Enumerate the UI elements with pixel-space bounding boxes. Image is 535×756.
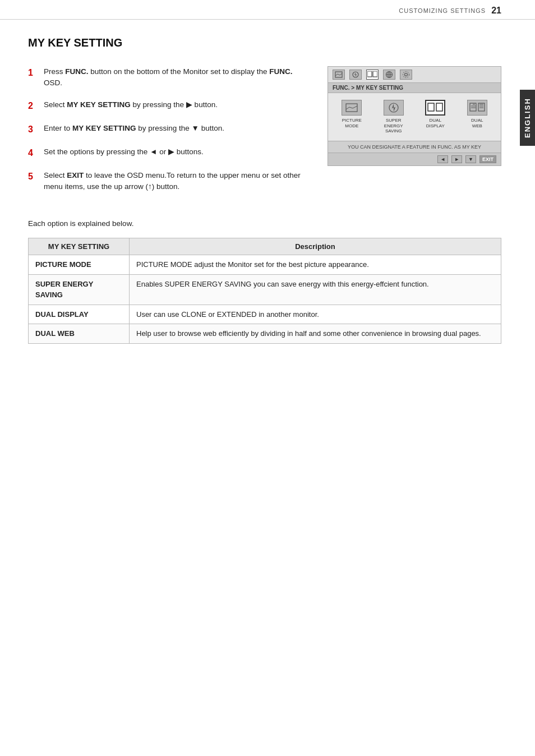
table-col-description: Description [130,238,501,255]
table-cell-setting-0: PICTURE MODE [29,255,130,275]
osd-menu-label-picture: PICTUREMODE [342,118,362,128]
osd-menu-label-energy: SUPERENERGYSAVING [384,118,403,134]
osd-menu-label-dual-web: DUALWEB [471,118,483,128]
description-table: MY KEY SETTING Description PICTURE MODEP… [28,238,501,344]
svg-line-2 [338,74,340,75]
table-col-setting: MY KEY SETTING [29,238,130,255]
step-3: 3Enter to MY KEY SETTING by pressing the… [28,123,311,136]
step-number-4: 4 [28,146,38,160]
osd-top-bar [328,67,501,83]
osd-nav-down[interactable]: ▼ [465,155,476,163]
svg-rect-5 [367,71,372,77]
table-cell-setting-3: DUAL WEB [29,324,130,344]
svg-rect-6 [373,71,377,77]
table-row: DUAL DISPLAYUser can use CLONE or EXTEND… [29,305,501,324]
table-cell-description-1: Enables SUPER ENERGY SAVING you can save… [130,274,501,305]
table-cell-description-0: PICTURE MODE adjust the Monitor set for … [130,255,501,275]
table-cell-setting-2: DUAL DISPLAY [29,305,130,324]
step-number-2: 2 [28,99,38,113]
language-tab-label: ENGLISH [523,98,532,138]
osd-icon-picture [333,70,345,80]
osd-icon-display [366,70,379,80]
osd-nav-left[interactable]: ◄ [437,155,448,163]
osd-bottom-msg: YOU CAN DESIGNATE A FEATURE IN FUNC. AS … [328,141,501,153]
osd-menu-label-dual-display: DUALDISPLAY [426,118,445,128]
osd-menu-item-dual-display: DUALDISPLAY [425,100,445,134]
table-row: SUPER ENERGY SAVINGEnables SUPER ENERGY … [29,274,501,305]
svg-line-15 [349,107,353,108]
svg-line-14 [346,107,349,109]
step-number-5: 5 [28,170,38,193]
osd-menu-items: PICTUREMODE SUPERENERGYSAVING DUALDISPLA… [328,93,501,141]
step-text-5: Select EXIT to leave the OSD menu.To ret… [44,170,311,193]
section-label: CUSTOMIZING SETTINGS [399,7,486,14]
svg-point-11 [405,73,408,76]
each-option-label: Each option is explained below. [28,219,501,228]
step-number-3: 3 [28,123,38,136]
svg-line-16 [353,106,357,108]
osd-menu-item-picture: PICTUREMODE [342,100,362,134]
table-cell-description-2: User can use CLONE or EXTENDED in anothe… [130,305,501,324]
language-tab: ENGLISH [520,90,535,146]
osd-menu-icon-picture [342,100,362,116]
main-content: MY KEY SETTING 1Press FUNC. button on th… [0,20,535,361]
osd-icon-settings [400,70,412,80]
osd-nav-right[interactable]: ► [451,155,462,163]
steps-list: 1Press FUNC. button on the bottom of the… [28,66,311,202]
svg-point-12 [403,72,409,78]
steps-image-row: 1Press FUNC. button on the bottom of the… [28,66,501,202]
osd-menu-icon-dual-display [425,100,445,116]
step-4: 4Set the options by pressing the ◄ or ▶ … [28,146,311,160]
svg-rect-19 [436,103,442,111]
page-title: MY KEY SETTING [28,36,501,49]
step-text-3: Enter to MY KEY SETTING by pressing the … [44,123,224,136]
osd-icon-energy [349,70,362,80]
step-2: 2Select MY KEY SETTING by pressing the ▶… [28,99,311,113]
page-header: CUSTOMIZING SETTINGS 21 [0,0,535,20]
osd-func-label: FUNC. > MY KEY SETTING [328,83,501,93]
table-row: DUAL WEBHelp user to browse web efficien… [29,324,501,344]
table-row: PICTURE MODEPICTURE MODE adjust the Moni… [29,255,501,275]
osd-icon-globe [383,70,395,80]
osd-mockup: FUNC. > MY KEY SETTING PICTUREMODE SUPER… [328,66,501,166]
table-cell-setting-1: SUPER ENERGY SAVING [29,274,130,305]
table-body: PICTURE MODEPICTURE MODE adjust the Moni… [29,255,501,344]
osd-menu-item-dual-web: DUALWEB [467,100,487,134]
osd-nav-exit[interactable]: EXIT [479,155,496,163]
step-text-2: Select MY KEY SETTING by pressing the ▶ … [44,99,218,113]
svg-rect-18 [428,103,434,111]
step-1: 1Press FUNC. button on the bottom of the… [28,66,311,89]
step-5: 5Select EXIT to leave the OSD menu.To re… [28,170,311,193]
step-text-1: Press FUNC. button on the bottom of the … [44,66,311,89]
osd-menu-item-energy: SUPERENERGYSAVING [384,100,404,134]
table-cell-description-3: Help user to browse web efficiently by d… [130,324,501,344]
osd-icons-row [333,70,412,80]
table-header-row: MY KEY SETTING Description [29,238,501,255]
osd-menu-icon-dual-web [467,100,487,116]
step-number-1: 1 [28,66,38,89]
osd-menu-icon-energy [384,100,404,116]
step-text-4: Set the options by pressing the ◄ or ▶ b… [44,146,204,160]
osd-nav-bar: ◄ ► ▼ EXIT [328,153,501,165]
page-number: 21 [491,6,501,16]
